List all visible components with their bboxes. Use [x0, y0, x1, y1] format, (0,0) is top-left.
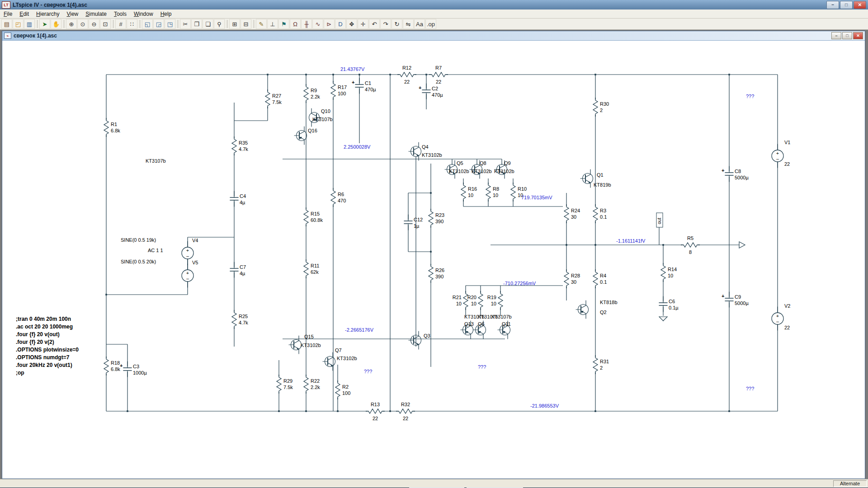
component-C2[interactable]: +C2470µ [419, 84, 443, 99]
maximize-button[interactable]: □ [840, 1, 853, 9]
component-V2[interactable]: +– [772, 307, 783, 330]
schematic-text[interactable]: Q2 [600, 310, 607, 315]
place-capacitor-icon[interactable]: ╫ [301, 19, 312, 29]
schematic-text[interactable]: Q1 [597, 172, 604, 178]
component-R8[interactable]: R810 [485, 183, 499, 202]
snap-toggle-icon[interactable]: ∷ [127, 19, 137, 29]
menu-tools[interactable]: Tools [110, 10, 130, 18]
voltage-annotation[interactable]: ??? [746, 386, 754, 391]
schematic-text[interactable]: Q5 [457, 160, 463, 166]
child-titlebar[interactable]: ⌁ сверчок 1(4).asc – □ ✕ [2, 31, 865, 41]
schematic-text[interactable]: Q7 [335, 347, 342, 353]
component-out-marker[interactable] [739, 242, 745, 248]
menu-help[interactable]: Help [157, 10, 175, 18]
menu-file[interactable]: File [0, 10, 16, 18]
component-C1[interactable]: +C1470µ [352, 78, 376, 94]
zoom-full-extents-icon[interactable]: ⊡ [100, 19, 111, 29]
child-close-button[interactable]: ✕ [853, 32, 863, 39]
schematic-text[interactable]: SINE(0 0.5 19k) [121, 237, 156, 243]
component-R1[interactable]: R16.8k [103, 118, 120, 137]
menu-view[interactable]: View [63, 10, 82, 18]
component-R23[interactable]: R23390 [427, 209, 444, 228]
rotate-icon[interactable]: ↻ [392, 19, 402, 29]
component-R30[interactable]: R302 [592, 98, 609, 117]
cascade-windows-icon[interactable]: ◱ [142, 19, 153, 29]
titlebar[interactable]: LT LTspice IV - сверчок 1(4).asc – □ ✕ [0, 0, 868, 9]
component-GND[interactable] [659, 317, 667, 321]
schematic-text[interactable]: 22 [784, 325, 790, 330]
component-C7[interactable]: C74µ [230, 262, 246, 277]
undo-icon[interactable]: ↶ [369, 19, 380, 29]
component-R29[interactable]: R297.5k [275, 375, 293, 394]
voltage-annotation[interactable]: ??? [746, 94, 754, 99]
component-R27[interactable]: R277.5k [264, 89, 282, 108]
schematic-area[interactable]: R16.8kR277.5kR92.2kR17100R354.7kR1560.8k… [2, 41, 865, 478]
place-ground-icon[interactable]: ⊥ [267, 19, 278, 29]
drag-icon[interactable]: ✛ [358, 19, 368, 29]
menu-window[interactable]: Window [130, 10, 157, 18]
component-V1[interactable]: +– [772, 144, 783, 168]
component-R13[interactable]: R1322 [366, 402, 385, 421]
schematic-text[interactable]: KT3107b [491, 314, 512, 319]
component-R24[interactable]: R2430 [563, 204, 580, 223]
new-schematic-icon[interactable]: ▤ [1, 19, 12, 29]
zoom-out-icon[interactable]: ⊖ [89, 19, 99, 29]
schematic-text[interactable]: V4 [192, 238, 198, 243]
schematic-text[interactable]: Q4 [422, 144, 429, 150]
child-maximize-button[interactable]: □ [842, 32, 852, 39]
schematic-text[interactable]: KT819b [594, 182, 611, 188]
schematic-text[interactable]: KT3102b [494, 169, 514, 174]
component-R5[interactable]: R58 [681, 235, 700, 255]
schematic-text[interactable]: Q6 [478, 321, 485, 327]
schematic-text[interactable]: AC 1 1 [148, 248, 163, 253]
component-R18[interactable]: R186.8k [103, 357, 120, 375]
component-R4[interactable]: R40.1 [592, 269, 607, 288]
component-R28[interactable]: R2830 [563, 269, 580, 288]
schematic-text[interactable]: Q11 [502, 321, 511, 327]
schematic-canvas[interactable]: R16.8kR277.5kR92.2kR17100R354.7kR1560.8k… [2, 41, 864, 478]
tile-vertically-icon[interactable]: ◳ [165, 19, 175, 29]
halt-simulation-icon[interactable]: ✋ [51, 19, 61, 29]
component-R16[interactable]: R1610 [460, 183, 477, 202]
voltage-annotation[interactable]: 719.70135mV [521, 195, 552, 200]
schematic-text[interactable]: 22 [784, 161, 790, 167]
schematic-text[interactable]: KT3102b [449, 169, 469, 174]
schematic-text[interactable]: KT3102b [301, 343, 321, 348]
mirror-icon[interactable]: ⇋ [403, 19, 414, 29]
component-R7[interactable]: R722 [429, 65, 448, 84]
component-R3[interactable]: R30.1 [592, 204, 607, 223]
schematic-text[interactable]: KT3107b [146, 158, 166, 164]
schematic-text[interactable]: KT3107b [312, 117, 333, 122]
open-file-icon[interactable]: ◰ [13, 19, 24, 29]
component-C12[interactable]: C121µ [404, 215, 423, 230]
schematic-text[interactable]: Q13 [464, 321, 474, 327]
voltage-annotation[interactable]: -710.27256mV [503, 281, 536, 286]
schematic-text[interactable]: V2 [784, 303, 790, 309]
place-label-icon[interactable]: ⚑ [278, 19, 289, 29]
redo-icon[interactable]: ↷ [380, 19, 391, 29]
voltage-annotation[interactable]: -21.986553V [530, 403, 559, 408]
component-C4[interactable]: C44µ [230, 191, 246, 206]
zoom-in-icon[interactable]: ⊕ [66, 19, 77, 29]
component-R26[interactable]: R26390 [427, 264, 444, 283]
tile-horizontally-icon[interactable]: ◲ [153, 19, 164, 29]
schematic-text[interactable]: KT3102b [422, 152, 442, 158]
component-R25[interactable]: R254.7k [231, 310, 248, 329]
component-R32[interactable]: R3222 [396, 402, 415, 421]
spice-directives[interactable]: ;tran 0 40m 20m 100n.ac oct 20 20 1000me… [16, 316, 79, 376]
component-R14[interactable]: R1410 [660, 263, 677, 282]
voltage-annotation[interactable]: 21.43767V [340, 66, 365, 72]
component-R21[interactable]: R2110 [453, 291, 469, 310]
component-R35[interactable]: R354.7k [231, 136, 248, 155]
component-R11[interactable]: R1162k [302, 259, 319, 278]
spice-directive-icon[interactable]: .op [425, 19, 436, 29]
component-R15[interactable]: R1560.8k [302, 207, 323, 226]
component-R12[interactable]: R1222 [397, 65, 416, 84]
component-C8[interactable]: +C85000µ [722, 166, 749, 182]
place-component-icon[interactable]: D [335, 19, 346, 29]
schematic-text[interactable]: Q8 [480, 160, 486, 166]
schematic-text[interactable]: SINE(0 0.5 20k) [121, 259, 156, 264]
menu-simulate[interactable]: Simulate [82, 10, 110, 18]
place-inductor-icon[interactable]: ∿ [312, 19, 323, 29]
print-setup-icon[interactable]: ⊟ [241, 19, 251, 29]
